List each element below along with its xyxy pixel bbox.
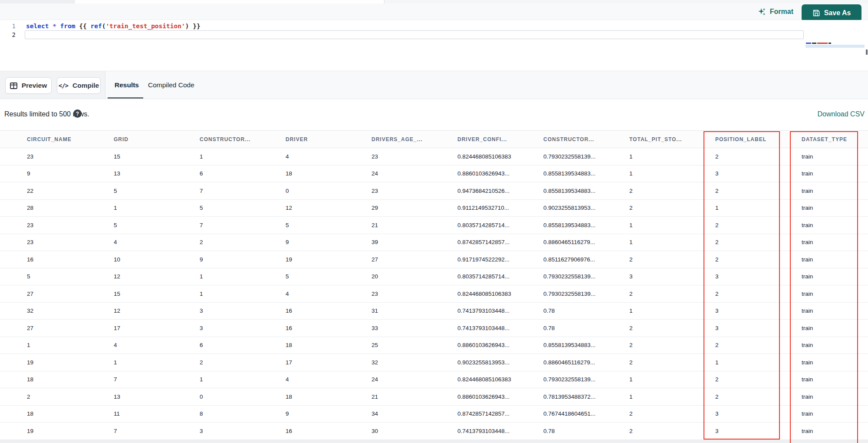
table-cell: 29 (366, 200, 452, 217)
table-cell: 0.7930232558139... (538, 371, 624, 388)
table-cell: 2 (710, 148, 786, 165)
table-cell: 0.7674418604651... (538, 406, 624, 423)
code-token-plain: }} (189, 23, 200, 30)
help-icon[interactable]: ? (73, 109, 82, 118)
table-cell: 3 (710, 303, 786, 320)
table-cell: 24 (366, 371, 452, 388)
table-row: 18714240.8244680851063830.7930232558139.… (0, 371, 868, 389)
table-cell: train (786, 303, 868, 320)
table-row: 271514230.8244680851063830.7930232558139… (0, 285, 868, 303)
table-cell: 3 (194, 303, 280, 320)
table-header-row: CIRCUIT_NAMEGRIDCONSTRUCTOR...DRIVERDRIV… (0, 130, 868, 148)
table-row: 23575210.8035714285714...0.8558139534883… (0, 217, 868, 234)
table-row: 3212316310.7413793103448...0.7813train (0, 303, 868, 320)
table-cell: 0.8558139534883... (538, 182, 624, 199)
table-cell: 2 (710, 251, 786, 268)
table-row: 197316300.7413793103448...0.7823train (0, 423, 868, 440)
preview-button[interactable]: Preview (5, 77, 52, 94)
table-row: 191217320.9023255813953...0.886046511627… (0, 354, 868, 371)
table-cell: 0.9023255813953... (452, 354, 538, 371)
table-cell: 18 (0, 371, 108, 388)
tab-strip-right-segment (385, 0, 868, 3)
table-row: 2717316330.7413793103448...0.7823train (0, 320, 868, 337)
table-cell: 13 (108, 388, 194, 405)
download-csv-link[interactable]: Download CSV (818, 110, 865, 118)
table-cell: 32 (366, 354, 452, 371)
table-cell: 0.8860103626943... (452, 165, 538, 182)
tab-results[interactable]: Results (115, 71, 139, 99)
table-cell: 2 (624, 337, 710, 354)
table-cell: 39 (366, 234, 452, 251)
compile-label: Compile (72, 82, 99, 89)
table-cell: 2 (710, 182, 786, 199)
editor-header-bar: Format Save As (0, 3, 868, 20)
table-cell: 2 (624, 285, 710, 302)
table-cell: train (786, 165, 868, 182)
column-header: CIRCUIT_NAME (0, 131, 108, 148)
sql-editor[interactable]: 1 2 select * from {{ ref('train_test_pos… (0, 20, 868, 71)
column-header: CONSTRUCTOR... (538, 131, 624, 148)
table-cell: 27 (0, 285, 108, 302)
code-token-string: 'train_test_position' (105, 23, 185, 30)
table-cell: 0.8035714285714... (452, 217, 538, 234)
table-cell: 18 (280, 388, 366, 405)
table-cell: 0.824468085106383 (452, 285, 538, 302)
table-cell: train (786, 354, 868, 371)
column-header: DRIVER (280, 131, 366, 148)
table-cell: 23 (0, 148, 108, 165)
table-cell: 6 (194, 165, 280, 182)
table-cell: 4 (280, 371, 366, 388)
table-cell: 1 (624, 303, 710, 320)
compile-button[interactable]: </> Compile (57, 77, 101, 94)
table-cell: 1 (194, 148, 280, 165)
table-cell: 1 (194, 285, 280, 302)
table-cell: 2 (710, 388, 786, 405)
table-cell: 0.78 (538, 320, 624, 337)
table-cell: 28 (0, 200, 108, 217)
table-row: 281512290.9112149532710...0.902325581395… (0, 200, 868, 217)
code-token-keyword: select (26, 23, 49, 30)
code-token-plain (49, 23, 53, 30)
table-cell: 0 (194, 388, 280, 405)
editor-scrollbar[interactable] (866, 50, 868, 55)
table-cell: 32 (0, 303, 108, 320)
table-cell: 2 (194, 234, 280, 251)
table-cell: 1 (108, 200, 194, 217)
code-area[interactable]: select * from {{ ref('train_test_positio… (26, 22, 804, 39)
format-label: Format (770, 8, 793, 16)
table-cell: 1 (624, 217, 710, 234)
tab-compiled-code[interactable]: Compiled Code (148, 71, 194, 99)
table-cell: 15 (108, 285, 194, 302)
table-cell: 0.9112149532710... (452, 200, 538, 217)
table-cell: 16 (280, 423, 366, 440)
format-button[interactable]: Format (758, 7, 793, 17)
table-cell: 24 (366, 165, 452, 182)
table-cell: 1 (108, 354, 194, 371)
table-cell: 6 (194, 337, 280, 354)
table-cell: 3 (710, 423, 786, 440)
save-as-button[interactable]: Save As (802, 4, 861, 22)
table-cell: 15 (108, 148, 194, 165)
table-cell: 0.9171974522292... (452, 251, 538, 268)
line-number: 1 (0, 22, 21, 30)
table-row: 23429390.8742857142857...0.8860465116279… (0, 234, 868, 251)
table-cell: 12 (108, 303, 194, 320)
table-cell: 12 (280, 200, 366, 217)
table-cell: 20 (366, 268, 452, 285)
code-token-keyword: from (60, 23, 76, 30)
table-cell: 2 (710, 371, 786, 388)
table-cell: 9 (194, 251, 280, 268)
table-cell: 0.8558139534883... (538, 337, 624, 354)
table-cell: 23 (0, 217, 108, 234)
table-cell: 0.9473684210526... (452, 182, 538, 199)
table-cell: 27 (366, 251, 452, 268)
table-cell: 2 (710, 234, 786, 251)
column-header: GRID (108, 131, 194, 148)
table-cell: 1 (624, 371, 710, 388)
table-cell: 3 (194, 423, 280, 440)
table-cell: 3 (710, 268, 786, 285)
table-cell: 2 (710, 285, 786, 302)
table-cell: 4 (108, 337, 194, 354)
table-cell: 1 (624, 148, 710, 165)
table-cell: 1 (624, 165, 710, 182)
